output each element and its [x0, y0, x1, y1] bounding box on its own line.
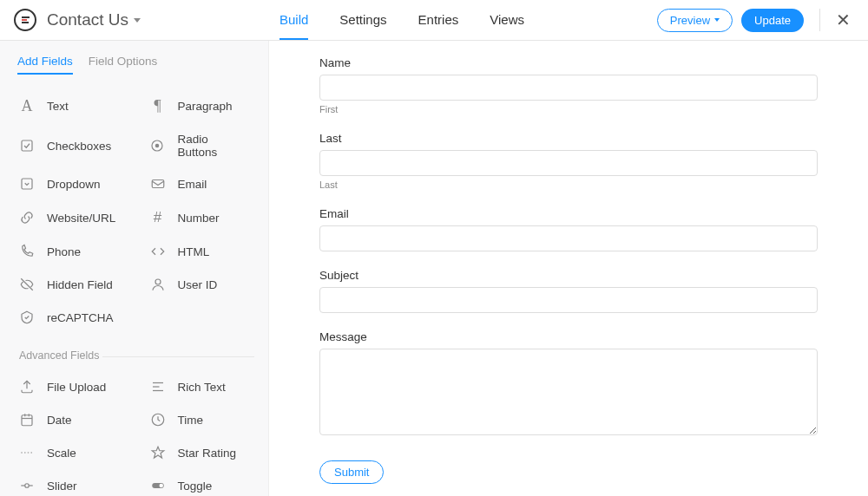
field-type-hidden[interactable]: Hidden Field [3, 268, 135, 301]
svg-rect-0 [22, 140, 32, 151]
svg-rect-3 [22, 179, 32, 189]
field-label: Name [319, 56, 818, 69]
upload-icon [17, 379, 36, 395]
star-icon [148, 445, 168, 460]
field-type-richtext[interactable]: Rich Text [135, 370, 266, 403]
submit-button[interactable]: Submit [319, 460, 384, 484]
divider [819, 9, 820, 31]
paragraph-icon: ¶ [148, 97, 168, 115]
form-field: Email [319, 207, 818, 251]
field-type-radio[interactable]: Radio Buttons [135, 124, 266, 167]
field-type-userid[interactable]: User ID [135, 268, 266, 301]
email-icon [148, 176, 168, 192]
number-icon: # [148, 209, 168, 226]
field-type-toggle[interactable]: Toggle [135, 469, 266, 496]
field-type-url[interactable]: Website/URL [3, 200, 135, 235]
field-type-label: Phone [47, 245, 81, 258]
preview-label: Preview [670, 14, 710, 27]
svg-point-5 [155, 279, 161, 284]
field-type-label: Date [47, 414, 72, 427]
field-input[interactable] [319, 225, 818, 251]
tab-settings[interactable]: Settings [339, 1, 386, 40]
svg-rect-4 [152, 180, 164, 188]
field-input[interactable] [319, 75, 818, 101]
field-type-label: Paragraph [178, 100, 233, 113]
app-logo [14, 9, 36, 31]
form-field: Message [319, 330, 818, 438]
field-type-upload[interactable]: File Upload [3, 370, 135, 403]
field-type-slider[interactable]: Slider [3, 469, 135, 496]
nav-tabs: Build Settings Entries Views [279, 1, 524, 40]
field-type-label: Slider [47, 480, 77, 493]
sidebar-tab-add-fields[interactable]: Add Fields [17, 55, 73, 75]
close-button[interactable]: ✕ [832, 6, 854, 34]
field-type-checkboxes[interactable]: Checkboxes [3, 124, 135, 167]
html-icon [148, 244, 168, 259]
field-type-label: Toggle [178, 480, 213, 493]
field-type-label: reCAPTCHA [47, 311, 114, 324]
field-type-label: User ID [178, 278, 218, 291]
url-icon [17, 210, 36, 225]
tab-entries[interactable]: Entries [418, 1, 459, 40]
field-type-paragraph[interactable]: ¶Paragraph [135, 88, 266, 124]
field-type-label: Number [178, 212, 220, 225]
field-label: Subject [319, 269, 818, 282]
scale-icon [17, 445, 36, 460]
form-field: Subject [319, 269, 818, 313]
chevron-down-icon [714, 18, 720, 22]
hidden-icon [17, 277, 36, 292]
chevron-down-icon [134, 18, 141, 23]
field-type-label: Website/URL [47, 212, 115, 225]
tab-build[interactable]: Build [279, 1, 308, 40]
basic-fields-grid: AText¶ParagraphCheckboxesRadio ButtonsDr… [0, 83, 268, 339]
field-type-label: HTML [178, 245, 210, 258]
field-type-email[interactable]: Email [135, 167, 266, 200]
update-button[interactable]: Update [741, 9, 804, 32]
form-title-dropdown[interactable]: Contact Us [47, 10, 141, 29]
field-type-label: Star Rating [178, 447, 237, 460]
dropdown-icon [17, 176, 36, 192]
form-field: NameFirst [319, 56, 818, 114]
field-input[interactable] [319, 349, 818, 435]
field-type-label: Scale [47, 447, 76, 460]
field-type-label: Dropdown [47, 178, 101, 191]
field-type-label: Radio Buttons [177, 133, 251, 159]
field-type-phone[interactable]: Phone [3, 235, 135, 268]
field-type-recaptcha[interactable]: reCAPTCHA [3, 301, 265, 334]
field-type-label: File Upload [47, 381, 106, 394]
radio-icon [148, 138, 168, 153]
checkboxes-icon [17, 138, 36, 153]
field-type-label: Text [47, 100, 69, 113]
tab-views[interactable]: Views [490, 1, 524, 40]
field-input[interactable] [319, 150, 818, 176]
field-type-label: Rich Text [178, 381, 226, 394]
field-label: Last [319, 132, 818, 145]
field-type-star[interactable]: Star Rating [135, 436, 266, 469]
toggle-icon [148, 478, 168, 493]
preview-button[interactable]: Preview [657, 9, 733, 32]
field-label: Email [319, 207, 818, 220]
field-sublabel: First [319, 104, 818, 114]
field-type-scale[interactable]: Scale [3, 436, 135, 469]
sidebar: Add Fields Field Options AText¶Paragraph… [0, 41, 269, 496]
field-type-html[interactable]: HTML [135, 235, 266, 268]
date-icon [17, 412, 36, 427]
form-field: LastLast [319, 132, 818, 190]
advanced-fields-header: Advanced Fields [0, 339, 268, 365]
text-icon: A [17, 97, 36, 115]
field-type-label: Hidden Field [47, 278, 113, 291]
userid-icon [148, 277, 168, 292]
field-sublabel: Last [319, 179, 818, 190]
svg-point-8 [25, 484, 30, 488]
form-title: Contact Us [47, 10, 128, 29]
form-canvas: NameFirstLastLastEmailSubjectMessage Sub… [269, 41, 868, 496]
field-type-label: Checkboxes [47, 140, 111, 153]
svg-point-10 [159, 484, 163, 488]
sidebar-tab-field-options[interactable]: Field Options [89, 55, 158, 75]
field-type-number[interactable]: #Number [135, 200, 266, 235]
field-input[interactable] [319, 287, 818, 313]
field-type-text[interactable]: AText [3, 88, 135, 124]
field-type-dropdown[interactable]: Dropdown [3, 167, 135, 200]
field-type-time[interactable]: Time [135, 403, 266, 436]
field-type-date[interactable]: Date [3, 403, 135, 436]
